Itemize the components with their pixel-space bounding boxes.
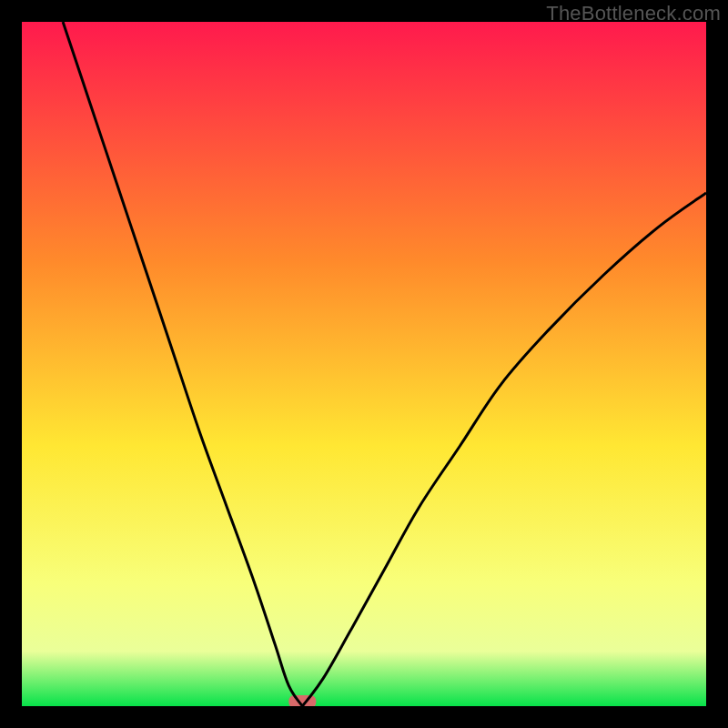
chart-frame [22,22,706,706]
bottleneck-chart [22,22,706,706]
